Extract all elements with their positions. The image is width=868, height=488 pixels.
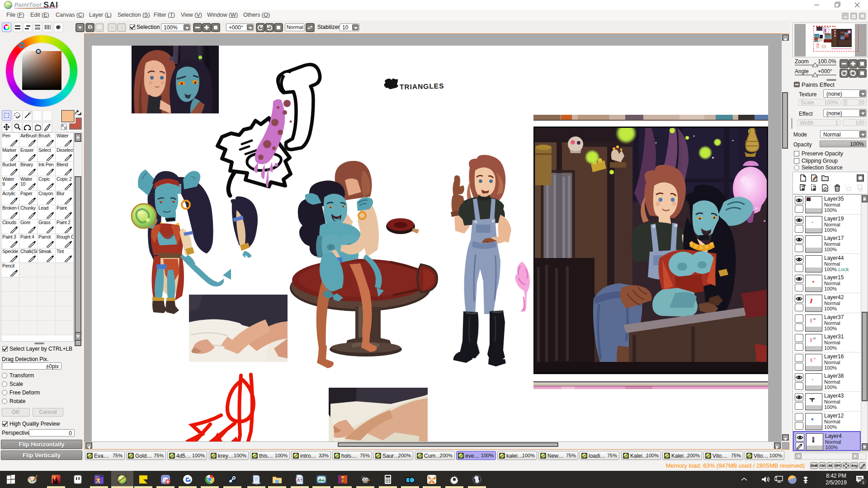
svg-text:TRIANGLES: TRIANGLES: [400, 82, 444, 91]
svg-text:A: A: [297, 478, 300, 482]
svg-text:RALF: RALF: [95, 475, 100, 478]
svg-text:TM: TM: [96, 479, 98, 480]
svg-text:PaintTool: PaintTool: [14, 2, 41, 8]
svg-text:1: 1: [862, 480, 864, 484]
